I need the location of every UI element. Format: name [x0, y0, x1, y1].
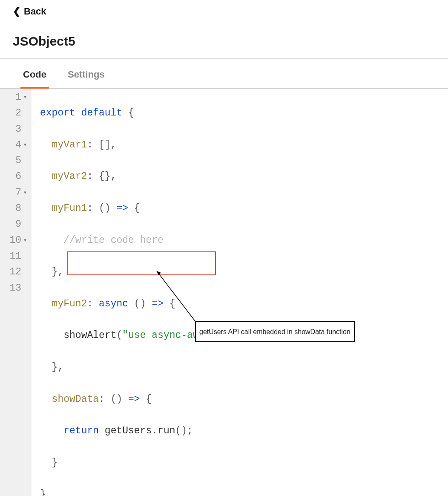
- call-run: run: [158, 425, 175, 436]
- gutter-line: 12: [0, 264, 29, 280]
- annotation: getUsers API call embedded in showData f…: [195, 321, 355, 342]
- back-button[interactable]: ❮ Back: [13, 6, 46, 17]
- gutter-line: 13: [0, 280, 29, 296]
- gutter-line: 4▼: [0, 137, 29, 153]
- gutter: 1▼234▼567▼8910▼111213: [0, 89, 32, 496]
- annotation-label: getUsers API call embedded in showData f…: [195, 321, 355, 342]
- code-body[interactable]: export default { myVar1: [], myVar2: {},…: [32, 89, 304, 496]
- tab-code[interactable]: Code: [20, 61, 49, 89]
- ident-getusers: getUsers: [105, 425, 152, 436]
- ident-myfun1: myFun1: [52, 203, 87, 214]
- ident-myfun2: myFun2: [52, 298, 87, 309]
- gutter-line: 8: [0, 201, 29, 216]
- code-editor[interactable]: 1▼234▼567▼8910▼111213 export default { m…: [0, 89, 448, 496]
- comment: //write code here: [63, 235, 164, 246]
- chevron-left-icon: ❮: [13, 7, 20, 16]
- ident-myvar2: myVar2: [52, 171, 87, 182]
- fold-icon[interactable]: ▼: [23, 233, 27, 248]
- gutter-line: 11: [0, 248, 29, 264]
- gutter-line: 7▼: [0, 185, 29, 201]
- kw-default: default: [81, 107, 123, 118]
- gutter-line: 3: [0, 121, 29, 137]
- header: ❮ Back JSObject5: [0, 0, 448, 59]
- tabs: Code Settings: [0, 61, 448, 89]
- gutter-line: 6: [0, 169, 29, 185]
- tab-settings[interactable]: Settings: [65, 61, 107, 89]
- kw-export: export: [40, 107, 75, 118]
- gutter-line: 1▼: [0, 89, 29, 105]
- page-title: JSObject5: [13, 34, 435, 49]
- gutter-line: 10▼: [0, 233, 29, 248]
- back-label: Back: [24, 6, 46, 17]
- fold-icon[interactable]: ▼: [23, 89, 27, 105]
- gutter-line: 2: [0, 105, 29, 121]
- gutter-line: 5: [0, 153, 29, 169]
- gutter-line: 9: [0, 216, 29, 232]
- call-showalert: showAlert: [63, 330, 116, 341]
- fold-icon[interactable]: ▼: [23, 185, 27, 201]
- ident-myvar1: myVar1: [52, 139, 87, 150]
- kw-async: async: [99, 298, 128, 309]
- fold-icon[interactable]: ▼: [23, 137, 27, 153]
- ident-showdata: showData: [52, 394, 99, 405]
- kw-return: return: [63, 425, 99, 436]
